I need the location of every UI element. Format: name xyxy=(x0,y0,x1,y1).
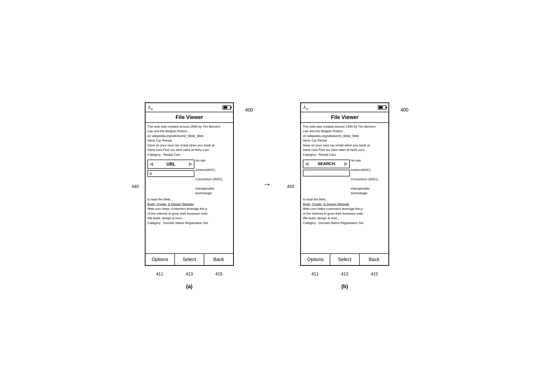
sub-label-b: (b) xyxy=(341,283,348,290)
content-block1-a: The web was created around 1990 by Tim B… xyxy=(147,124,231,157)
content-block2-b-3: of the Internet to grow their business o… xyxy=(303,211,387,216)
battery-fill-b xyxy=(379,106,383,109)
select-button-b[interactable]: Select xyxy=(330,254,360,265)
content-block2-a-5: Category : Domain Name Registration Ser xyxy=(147,221,231,225)
bottom-labels-b: 411 413 415 xyxy=(300,272,389,277)
content-block2-a-0: to lead the Web... xyxy=(147,197,231,202)
search-row-b: ◁ SEARCH ▷ xyxy=(303,160,350,168)
content-block2-a-4: We build, design & host.... xyxy=(147,216,231,221)
url-row-a: ◁ URL ▷ xyxy=(147,160,194,169)
callout-450-b: 450 xyxy=(287,184,294,189)
content-line-b-3: Hertz Car Rental xyxy=(303,138,387,143)
antenna-icon-b: ⅄ull xyxy=(303,105,308,110)
label-411-b: 411 xyxy=(312,272,319,277)
content-line-a-2: en wikipedia.org/wiki/world_Wide_Web xyxy=(147,134,231,138)
search-input-row-b xyxy=(303,170,350,176)
back-button-a[interactable]: Back xyxy=(204,254,233,265)
search-left-arrow-b[interactable]: ◁ xyxy=(303,160,310,168)
content-line-b-6: Category : Rental Cars xyxy=(303,152,387,157)
content-block2-b-2: Web.com helps customers leverage the p xyxy=(303,206,387,211)
content-line-a-1: Lee and the Belgian Robert... xyxy=(147,129,231,134)
content-line-a-4: Save on your next car rental when you bo… xyxy=(147,143,231,148)
content-block2-b-5: Category : Domain Name Registration Ser xyxy=(303,221,387,225)
content-line-b-2: en wikipedia.org/wiki/world_Wide_Web xyxy=(303,134,387,138)
content-line-b-1: Lee and the Belgian Robert... xyxy=(303,129,387,134)
right-line-b-1: sortium(W3C) xyxy=(351,168,387,172)
url-right-arrow-a[interactable]: ▷ xyxy=(187,160,194,168)
battery-icon-a xyxy=(222,105,231,110)
right-line-b-0: his site xyxy=(351,158,387,163)
right-line-b-2: Consortium (W3C), xyxy=(351,177,387,182)
label-413-b: 413 xyxy=(341,272,348,277)
content-block2-b-0: to lead the Web... xyxy=(303,197,387,202)
url-input-a[interactable] xyxy=(147,170,194,177)
content-block2-a: to lead the Web... Build, Create, & Desi… xyxy=(147,197,231,225)
search-label-b: SEARCH xyxy=(310,160,343,168)
antenna-icon-a: ⅄ull xyxy=(148,105,153,110)
diagram-b-section: 450 ⅄ull File Viewer The web was cre xyxy=(300,102,389,290)
callout-440-a: 440 xyxy=(132,184,139,189)
url-label-a: URL xyxy=(155,160,187,168)
antenna-symbol-a: ⅄ull xyxy=(148,105,153,110)
content-line-a-5: Hertz.com.Find our best rates at hertz.c… xyxy=(147,148,231,152)
label-413-a: 413 xyxy=(186,272,193,277)
content-block2-b-4: We build, design & host.... xyxy=(303,216,387,221)
diagram-a: 440 ⅄ull File Viewer The web was cre xyxy=(145,102,234,266)
content-line-a-3: Hertz Car Rental xyxy=(147,138,231,143)
sub-label-a: (a) xyxy=(186,283,193,290)
options-button-b[interactable]: Options xyxy=(301,254,330,265)
back-button-b[interactable]: Back xyxy=(360,254,388,265)
phone-content-a: The web was created around 1990 by Tim B… xyxy=(146,123,233,253)
battery-fill-a xyxy=(223,106,227,109)
right-text-a: his site sortium(W3C) Consortium (W3C), … xyxy=(194,158,231,196)
search-input-b[interactable] xyxy=(303,170,350,176)
label-415-b: 415 xyxy=(371,272,378,277)
status-bar-b: ⅄ull xyxy=(301,103,388,112)
ref-label-400-b: 400 xyxy=(400,107,408,113)
content-block2-b: to lead the Web... Build, Create, & Desi… xyxy=(303,197,387,225)
status-bar-a: ⅄ull xyxy=(146,103,233,112)
diagram-b: 450 ⅄ull File Viewer The web was cre xyxy=(300,102,389,266)
content-block2-a-2: Web.com helps customers leverage the p xyxy=(147,206,231,211)
right-line-b-3: interoperable technologie xyxy=(351,186,387,196)
phone-bottom-bar-b: Options Select Back xyxy=(301,253,388,265)
phone-frame-b: ⅄ull File Viewer The web was created aro… xyxy=(300,102,389,266)
right-line-a-2: Consortium (W3C), xyxy=(195,177,231,182)
page-container: 440 ⅄ull File Viewer The web was cre xyxy=(0,93,534,299)
options-button-a[interactable]: Options xyxy=(146,254,175,265)
right-line-a-1: sortium(W3C) xyxy=(195,168,231,172)
ref-label-400-a: 400 xyxy=(245,107,253,113)
content-line-b-5: Hertz.com.Find our best rates at hertz.c… xyxy=(303,148,387,152)
phone-frame-a: ⅄ull File Viewer The web was created aro… xyxy=(145,102,234,266)
search-left-b: ◁ SEARCH ▷ xyxy=(303,158,350,196)
bottom-labels-a: 411 413 415 xyxy=(145,272,234,277)
diagram-a-section: 440 ⅄ull File Viewer The web was cre xyxy=(145,102,234,290)
phone-title-a: File Viewer xyxy=(146,112,233,123)
content-line-a-0: The web was created around 1990 by Tim B… xyxy=(147,124,231,129)
url-left-arrow-a[interactable]: ◁ xyxy=(148,160,155,168)
search-right-arrow-b[interactable]: ▷ xyxy=(343,160,349,168)
right-text-b: his site sortium(W3C) Consortium (W3C), … xyxy=(350,158,387,196)
phone-title-b: File Viewer xyxy=(301,112,388,123)
content-block2-b-1: Build, Create, & Design Website xyxy=(303,202,387,207)
url-mixed-row-a: ◁ URL ▷ his site sortium(W3C) Consorti xyxy=(147,158,231,196)
right-line-a-3: interoperable technologie xyxy=(195,186,231,196)
label-411-a: 411 xyxy=(156,272,163,277)
phone-bottom-bar-a: Options Select Back xyxy=(146,253,233,265)
select-button-a[interactable]: Select xyxy=(175,254,204,265)
url-input-row-a xyxy=(147,170,194,177)
content-line-b-4: Save on your next car rental when you bo… xyxy=(303,143,387,148)
arrow-between: → xyxy=(263,179,271,213)
antenna-symbol-b: ⅄ull xyxy=(303,105,308,110)
phone-content-b: The web was created around 1990 by Tim B… xyxy=(301,123,388,253)
url-left-a: ◁ URL ▷ xyxy=(147,158,194,196)
content-line-b-0: The web was created around 1990 by Tim B… xyxy=(303,124,387,129)
label-415-a: 415 xyxy=(215,272,222,277)
search-mixed-row-b: ◁ SEARCH ▷ his site sortium(W3C) Conso xyxy=(303,158,387,196)
battery-icon-b xyxy=(378,105,386,110)
content-line-a-6: Category : Rental Cars xyxy=(147,152,231,157)
right-line-a-0: his site xyxy=(195,158,231,163)
content-block2-a-3: of the Internet to grow their business o… xyxy=(147,211,231,216)
content-block1-b: The web was created around 1990 by Tim B… xyxy=(303,124,387,157)
content-block2-a-1: Build, Create, & Design Website xyxy=(147,202,231,207)
